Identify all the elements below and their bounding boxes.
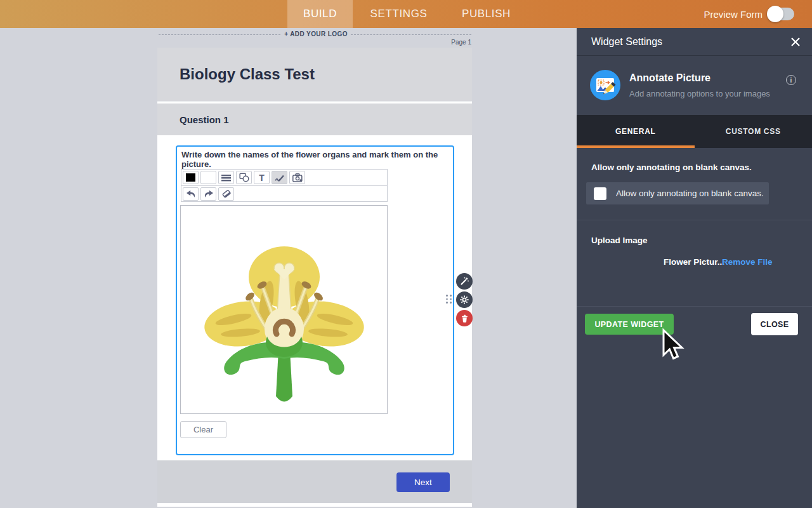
black-color-swatch[interactable]	[183, 171, 199, 184]
tab-publish[interactable]: PUBLISH	[445, 0, 528, 28]
upload-image-label: Upload Image	[591, 236, 648, 245]
widget-info-row: Annotate Picture Add annotating options …	[577, 56, 812, 115]
question-label: Question 1	[180, 114, 229, 125]
flower-diagram-image	[181, 206, 387, 413]
widget-description: Add annotating options to your images	[629, 89, 770, 98]
tab-settings[interactable]: SETTINGS	[355, 0, 442, 28]
drag-handle[interactable]	[446, 295, 452, 304]
form-builder-canvas: + ADD YOUR LOGO Page 1 Biology Class Tes…	[0, 28, 577, 508]
form-footer: Next	[157, 460, 472, 503]
preview-form-control: Preview Form	[704, 0, 794, 28]
blank-canvas-checkbox[interactable]	[594, 187, 606, 200]
blank-canvas-option-label: Allow only annotating on blank canvas.	[591, 163, 752, 172]
panel-header: Widget Settings	[577, 28, 812, 56]
preview-form-label: Preview Form	[704, 9, 763, 20]
uploaded-file-name: Flower Pictur...	[664, 257, 724, 267]
redo-icon[interactable]	[200, 187, 216, 201]
update-widget-button[interactable]: UPDATE WIDGET	[585, 314, 674, 335]
form-title: Biology Class Test	[180, 65, 315, 83]
magic-wand-icon	[460, 277, 469, 286]
insert-image-icon[interactable]	[289, 171, 305, 184]
next-page-button[interactable]: Next	[396, 472, 450, 492]
annotate-picture-icon	[590, 70, 620, 100]
blank-canvas-checkbox-row[interactable]: Allow only annotating on blank canvas.	[586, 182, 769, 204]
annotation-canvas[interactable]	[180, 205, 388, 414]
logo-dashed-line-left	[159, 34, 280, 35]
add-logo-button[interactable]: + ADD YOUR LOGO	[282, 30, 350, 37]
widget-settings-panel: Widget Settings Annotate Picture Add ann…	[577, 28, 812, 508]
draw-tool-icon[interactable]	[272, 171, 287, 184]
eraser-icon[interactable]	[218, 187, 234, 201]
gear-icon	[460, 295, 469, 304]
undo-icon[interactable]	[183, 187, 199, 201]
text-tool-icon[interactable]: T	[254, 171, 270, 184]
annotate-toolbar-actions	[181, 185, 388, 202]
delete-widget-button[interactable]	[456, 310, 473, 326]
trash-icon	[461, 314, 469, 323]
tab-build[interactable]: BUILD	[287, 0, 353, 28]
close-panel-button[interactable]: CLOSE	[751, 313, 798, 335]
panel-title: Widget Settings	[591, 36, 790, 48]
panel-divider	[577, 220, 812, 220]
line-width-icon[interactable]	[218, 171, 234, 184]
question-header-section[interactable]: Question 1	[157, 104, 472, 135]
magic-wand-button[interactable]	[456, 273, 473, 290]
tab-custom-css[interactable]: CUSTOM CSS	[695, 115, 812, 148]
toggle-knob	[767, 6, 783, 22]
blank-canvas-checkbox-label: Allow only annotating on blank canvas.	[616, 189, 764, 198]
panel-divider	[577, 306, 812, 307]
question-text: Write down the names of the flower organ…	[181, 150, 448, 169]
widget-settings-button[interactable]	[456, 291, 473, 308]
panel-tabs: GENERAL CUSTOM CSS	[577, 115, 812, 148]
white-color-swatch[interactable]	[200, 171, 216, 184]
black-swatch-fill	[186, 173, 195, 182]
form-card: Biology Class Test Question 1 Write down…	[157, 48, 472, 507]
preview-form-toggle[interactable]	[769, 8, 794, 20]
top-navigation-bar: BUILD SETTINGS PUBLISH Preview Form	[0, 0, 812, 28]
annotate-toolbar-tools: T	[181, 169, 388, 186]
shapes-icon[interactable]	[236, 171, 252, 184]
info-icon[interactable]: i	[786, 75, 796, 85]
white-swatch-fill	[204, 173, 213, 182]
remove-file-link[interactable]: Remove File	[722, 257, 773, 267]
tab-general[interactable]: GENERAL	[577, 115, 695, 148]
form-title-section[interactable]: Biology Class Test	[157, 48, 472, 102]
close-icon[interactable]	[790, 36, 801, 48]
logo-dashed-line-right	[351, 34, 471, 35]
widget-name: Annotate Picture	[629, 72, 710, 84]
clear-canvas-button[interactable]: Clear	[180, 421, 226, 438]
page-number-label: Page 1	[406, 39, 471, 46]
